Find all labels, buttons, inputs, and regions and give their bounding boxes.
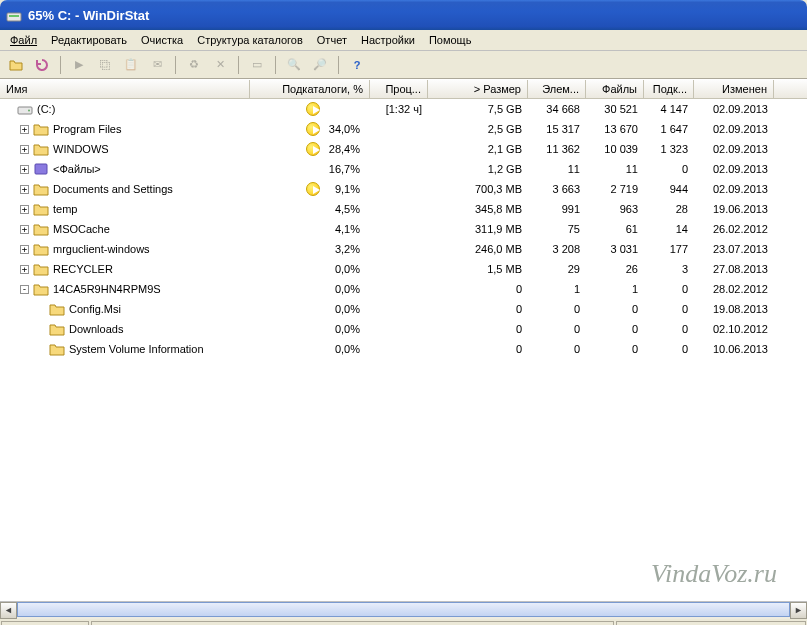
cell-mod: 02.09.2013 — [694, 163, 774, 175]
drive-icon — [17, 102, 33, 116]
col-modified[interactable]: Изменен — [694, 80, 774, 98]
cell-size: 345,8 MB — [428, 203, 528, 215]
pct-value: 9,1% — [320, 183, 360, 195]
cell-size: 0 — [428, 283, 528, 295]
paste-icon[interactable]: 📋 — [121, 55, 141, 75]
item-name: temp — [53, 203, 77, 215]
folder-icon — [33, 202, 49, 216]
table-row[interactable]: +RECYCLER0,0%1,5 MB2926327.08.2013 — [0, 259, 807, 279]
folder-icon — [33, 242, 49, 256]
table-row[interactable]: +Documents and Settings9,1%700,3 MB3 663… — [0, 179, 807, 199]
cell-subd: 3 — [644, 263, 694, 275]
item-name: Documents and Settings — [53, 183, 173, 195]
col-subdirs-pct[interactable]: Подкаталоги, % — [250, 80, 370, 98]
cell-files: 963 — [586, 203, 644, 215]
pause-button[interactable]: Приостановить — [1, 621, 89, 626]
tree-toggle[interactable]: + — [20, 265, 29, 274]
pct-value: 34,0% — [320, 123, 360, 135]
cell-elem: 15 317 — [528, 123, 586, 135]
cell-mod: 28.02.2012 — [694, 283, 774, 295]
col-size[interactable]: > Размер — [428, 80, 528, 98]
zoom-in-icon[interactable]: 🔍 — [284, 55, 304, 75]
item-name: (C:) — [37, 103, 55, 115]
tree-toggle[interactable]: + — [20, 185, 29, 194]
table-row[interactable]: System Volume Information0,0%000010.06.2… — [0, 339, 807, 359]
col-elem[interactable]: Элем... — [528, 80, 586, 98]
cell-size: 1,5 MB — [428, 263, 528, 275]
item-name: 14CA5R9HN4RPM9S — [53, 283, 161, 295]
open-icon[interactable] — [6, 55, 26, 75]
cell-size: 0 — [428, 343, 528, 355]
zoom-out-icon[interactable]: 🔎 — [310, 55, 330, 75]
tree-toggle[interactable]: - — [20, 285, 29, 294]
tree-toggle[interactable]: + — [20, 125, 29, 134]
item-name: mrguclient-windows — [53, 243, 150, 255]
tree-toggle[interactable]: + — [20, 205, 29, 214]
cell-elem: 0 — [528, 303, 586, 315]
menu-structure[interactable]: Структура каталогов — [191, 32, 309, 48]
toolbar-separator — [175, 56, 176, 74]
tree-toggle[interactable]: + — [20, 145, 29, 154]
item-name: MSOCache — [53, 223, 110, 235]
menu-edit[interactable]: Редактировать — [45, 32, 133, 48]
tree-toggle[interactable]: + — [20, 245, 29, 254]
scroll-thumb[interactable] — [17, 602, 790, 617]
item-name: Program Files — [53, 123, 121, 135]
cell-files: 3 031 — [586, 243, 644, 255]
scroll-right-icon[interactable]: ► — [790, 602, 807, 619]
cell-mod: 02.10.2012 — [694, 323, 774, 335]
table-row[interactable]: -14CA5R9HN4RPM9S0,0%011028.02.2012 — [0, 279, 807, 299]
col-files[interactable]: Файлы — [586, 80, 644, 98]
play-icon[interactable]: ▶ — [69, 55, 89, 75]
table-row[interactable]: Downloads0,0%000002.10.2012 — [0, 319, 807, 339]
refresh-icon[interactable] — [32, 55, 52, 75]
ram-pane: Использование RAM: 11,2 MB — [616, 621, 806, 626]
table-row[interactable]: +WINDOWS28,4%2,1 GB11 36210 0391 32302.0… — [0, 139, 807, 159]
mail-icon[interactable]: ✉ — [147, 55, 167, 75]
menu-help[interactable]: Помощь — [423, 32, 478, 48]
menu-settings[interactable]: Настройки — [355, 32, 421, 48]
tree-toggle[interactable]: + — [20, 165, 29, 174]
toolbar-separator — [275, 56, 276, 74]
cell-elem: 29 — [528, 263, 586, 275]
table-row[interactable]: Config.Msi0,0%000019.08.2013 — [0, 299, 807, 319]
tree-toggle[interactable]: + — [20, 225, 29, 234]
toolbar-separator — [238, 56, 239, 74]
cell-files: 2 719 — [586, 183, 644, 195]
cell-mod: 26.02.2012 — [694, 223, 774, 235]
help-icon[interactable]: ? — [347, 55, 367, 75]
cell-elem: 0 — [528, 343, 586, 355]
copy-icon[interactable]: ⿻ — [95, 55, 115, 75]
cell-mod: 02.09.2013 — [694, 143, 774, 155]
cell-subd: 0 — [644, 303, 694, 315]
horizontal-scrollbar[interactable]: ◄ ► — [0, 601, 807, 618]
menu-file[interactable]: Файл — [4, 32, 43, 48]
treemap-icon[interactable]: ▭ — [247, 55, 267, 75]
cell-size: 700,3 MB — [428, 183, 528, 195]
menu-cleanup[interactable]: Очистка — [135, 32, 189, 48]
scroll-left-icon[interactable]: ◄ — [0, 602, 17, 619]
table-row[interactable]: +temp4,5%345,8 MB9919632819.06.2013 — [0, 199, 807, 219]
scroll-track[interactable] — [17, 602, 790, 619]
cell-size: 0 — [428, 303, 528, 315]
col-subd[interactable]: Подк... — [644, 80, 694, 98]
table-row[interactable]: +mrguclient-windows3,2%246,0 MB3 2083 03… — [0, 239, 807, 259]
col-name[interactable]: Имя — [0, 80, 250, 98]
menu-report[interactable]: Отчет — [311, 32, 353, 48]
cell-elem: 11 — [528, 163, 586, 175]
table-row[interactable]: +Program Files34,0%2,5 GB15 31713 6701 6… — [0, 119, 807, 139]
table-row[interactable]: +<Файлы>16,7%1,2 GB1111002.09.2013 — [0, 159, 807, 179]
files-group-icon — [33, 162, 49, 176]
col-proc[interactable]: Проц... — [370, 80, 428, 98]
titlebar[interactable]: 65% C: - WinDirStat — [0, 0, 807, 30]
folder-icon — [49, 322, 65, 336]
pacman-icon — [306, 142, 320, 156]
table-row[interactable]: +MSOCache4,1%311,9 MB75611426.02.2012 — [0, 219, 807, 239]
cell-mod: 02.09.2013 — [694, 123, 774, 135]
file-tree-grid[interactable]: (C:)[1:32 ч]7,5 GB34 66830 5214 14702.09… — [0, 99, 807, 601]
cell-files: 10 039 — [586, 143, 644, 155]
cell-elem: 1 — [528, 283, 586, 295]
recycle-icon[interactable]: ♻ — [184, 55, 204, 75]
delete-icon[interactable]: ✕ — [210, 55, 230, 75]
table-row[interactable]: (C:)[1:32 ч]7,5 GB34 66830 5214 14702.09… — [0, 99, 807, 119]
